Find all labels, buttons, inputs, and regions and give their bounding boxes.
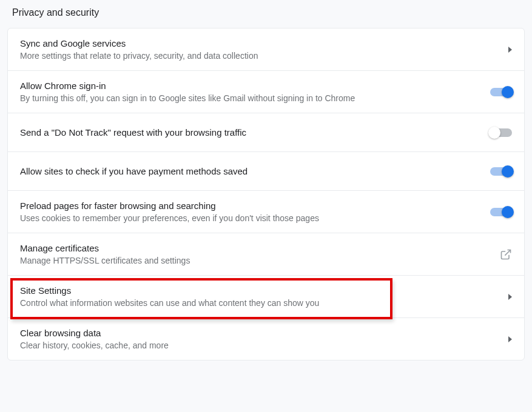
row-dnt[interactable]: Send a "Do Not Track" request with your … [8, 113, 524, 152]
row-sync[interactable]: Sync and Google services More settings t… [8, 28, 524, 71]
row-text: Clear browsing data Clear history, cooki… [20, 328, 169, 350]
row-title: Preload pages for faster browsing and se… [20, 201, 319, 211]
toggle-switch[interactable] [490, 167, 512, 176]
row-text: Allow sites to check if you have payment… [20, 166, 247, 176]
row-text: Send a "Do Not Track" request with your … [20, 127, 246, 138]
row-text: Allow Chrome sign-in By turning this off… [20, 81, 355, 103]
row-text: Preload pages for faster browsing and se… [20, 201, 319, 223]
chevron-right-icon [508, 336, 512, 342]
row-control [490, 208, 512, 216]
row-preload[interactable]: Preload pages for faster browsing and se… [8, 191, 524, 233]
external-link-icon [500, 248, 512, 261]
row-signin[interactable]: Allow Chrome sign-in By turning this off… [8, 71, 524, 113]
row-text: Manage certificates Manage HTTPS/SSL cer… [20, 243, 190, 265]
settings-card: Sync and Google services More settings t… [7, 28, 525, 360]
row-control [490, 128, 512, 137]
row-subtitle: By turning this off, you can sign in to … [20, 93, 355, 103]
row-title: Sync and Google services [20, 38, 258, 48]
row-title: Send a "Do Not Track" request with your … [20, 127, 246, 138]
row-title: Manage certificates [20, 243, 190, 253]
row-control [508, 294, 512, 300]
row-control [490, 167, 512, 176]
chevron-right-icon [508, 47, 512, 53]
row-title: Allow Chrome sign-in [20, 81, 355, 91]
toggle-switch[interactable] [490, 128, 512, 137]
row-title: Allow sites to check if you have payment… [20, 166, 247, 176]
row-site-settings[interactable]: Site Settings Control what information w… [8, 276, 524, 318]
row-subtitle: More settings that relate to privacy, se… [20, 51, 258, 61]
toggle-knob [502, 206, 514, 218]
row-payment[interactable]: Allow sites to check if you have payment… [8, 152, 524, 191]
row-control [508, 47, 512, 53]
row-title: Site Settings [20, 285, 319, 296]
row-text: Sync and Google services More settings t… [20, 38, 258, 61]
row-subtitle: Uses cookies to remember your preference… [20, 213, 319, 223]
row-control [508, 336, 512, 342]
row-clear-data[interactable]: Clear browsing data Clear history, cooki… [8, 318, 524, 360]
row-control [500, 248, 512, 261]
row-control [490, 88, 512, 96]
section-header: Privacy and security [7, 7, 525, 28]
toggle-switch[interactable] [490, 88, 512, 96]
toggle-knob [502, 86, 514, 98]
toggle-knob [502, 165, 514, 178]
row-text: Site Settings Control what information w… [20, 285, 319, 308]
row-subtitle: Manage HTTPS/SSL certificates and settin… [20, 256, 190, 265]
row-subtitle: Control what information websites can us… [20, 298, 319, 308]
row-certificates[interactable]: Manage certificates Manage HTTPS/SSL cer… [8, 233, 524, 276]
toggle-knob [488, 127, 500, 139]
row-subtitle: Clear history, cookies, cache, and more [20, 341, 169, 350]
row-title: Clear browsing data [20, 328, 169, 338]
chevron-right-icon [508, 294, 512, 300]
svg-line-0 [505, 250, 510, 255]
toggle-switch[interactable] [490, 208, 512, 216]
